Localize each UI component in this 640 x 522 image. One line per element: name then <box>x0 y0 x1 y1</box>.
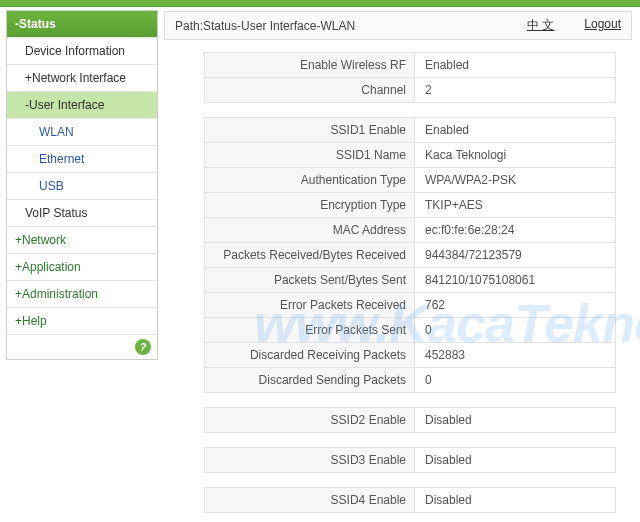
sidebar-item-user-interface[interactable]: -User Interface <box>7 92 157 119</box>
value-packets-tx: 841210/1075108061 <box>415 268 615 293</box>
value-ssid3-enable: Disabled <box>415 448 615 472</box>
main-panel: Path:Status-User Interface-WLAN 中 文 Logo… <box>158 7 640 522</box>
label-disc-tx: Discarded Sending Packets <box>205 368 415 392</box>
value-disc-tx: 0 <box>415 368 615 392</box>
value-mac: ec:f0:fe:6e:28:24 <box>415 218 615 243</box>
label-err-rx: Error Packets Received <box>205 293 415 318</box>
help-icon[interactable]: ? <box>135 339 151 355</box>
sidebar-item-device-information[interactable]: Device Information <box>7 38 157 65</box>
value-ssid1-name: Kaca Teknologi <box>415 143 615 168</box>
ssid2-table: SSID2 EnableDisabled <box>204 407 616 433</box>
value-auth-type: WPA/WPA2-PSK <box>415 168 615 193</box>
label-ssid2-enable: SSID2 Enable <box>205 408 415 432</box>
sidebar-section-status[interactable]: -Status <box>7 11 157 38</box>
sidebar-item-voip-status[interactable]: VoIP Status <box>7 200 157 227</box>
ssid1-table: SSID1 EnableEnabled SSID1 NameKaca Tekno… <box>204 117 616 393</box>
label-channel: Channel <box>205 78 415 102</box>
label-auth-type: Authentication Type <box>205 168 415 193</box>
top-accent-bar <box>0 0 640 7</box>
sidebar-section-application[interactable]: +Application <box>7 254 157 281</box>
value-enc-type: TKIP+AES <box>415 193 615 218</box>
label-ssid1-name: SSID1 Name <box>205 143 415 168</box>
breadcrumb-path: Path:Status-User Interface-WLAN <box>175 19 355 33</box>
value-ssid2-enable: Disabled <box>415 408 615 432</box>
value-ssid1-enable: Enabled <box>415 118 615 143</box>
breadcrumb-bar: Path:Status-User Interface-WLAN 中 文 Logo… <box>164 11 632 40</box>
wireless-summary-table: Enable Wireless RFEnabled Channel2 <box>204 52 616 103</box>
label-packets-rx: Packets Received/Bytes Received <box>205 243 415 268</box>
label-ssid1-enable: SSID1 Enable <box>205 118 415 143</box>
value-err-tx: 0 <box>415 318 615 343</box>
language-link[interactable]: 中 文 <box>527 17 554 34</box>
sidebar-section-help[interactable]: +Help <box>7 308 157 335</box>
value-err-rx: 762 <box>415 293 615 318</box>
value-enable-rf: Enabled <box>415 53 615 78</box>
ssid4-table: SSID4 EnableDisabled <box>204 487 616 513</box>
label-ssid3-enable: SSID3 Enable <box>205 448 415 472</box>
logout-link[interactable]: Logout <box>584 17 621 34</box>
sidebar-item-network-interface[interactable]: +Network Interface <box>7 65 157 92</box>
label-ssid4-enable: SSID4 Enable <box>205 488 415 512</box>
sidebar-item-ethernet[interactable]: Ethernet <box>7 146 157 173</box>
value-disc-rx: 452883 <box>415 343 615 368</box>
value-packets-rx: 944384/72123579 <box>415 243 615 268</box>
content-area: www.KacaTeknologi.com Enable Wireless RF… <box>164 52 632 513</box>
sidebar-nav: -Status Device Information +Network Inte… <box>6 10 158 360</box>
value-channel: 2 <box>415 78 615 102</box>
sidebar-section-network[interactable]: +Network <box>7 227 157 254</box>
label-err-tx: Error Packets Sent <box>205 318 415 343</box>
label-disc-rx: Discarded Receiving Packets <box>205 343 415 368</box>
label-mac: MAC Address <box>205 218 415 243</box>
label-enable-rf: Enable Wireless RF <box>205 53 415 78</box>
ssid3-table: SSID3 EnableDisabled <box>204 447 616 473</box>
label-enc-type: Encryption Type <box>205 193 415 218</box>
label-packets-tx: Packets Sent/Bytes Sent <box>205 268 415 293</box>
value-ssid4-enable: Disabled <box>415 488 615 512</box>
sidebar-item-usb[interactable]: USB <box>7 173 157 200</box>
sidebar-section-administration[interactable]: +Administration <box>7 281 157 308</box>
sidebar-item-wlan[interactable]: WLAN <box>7 119 157 146</box>
